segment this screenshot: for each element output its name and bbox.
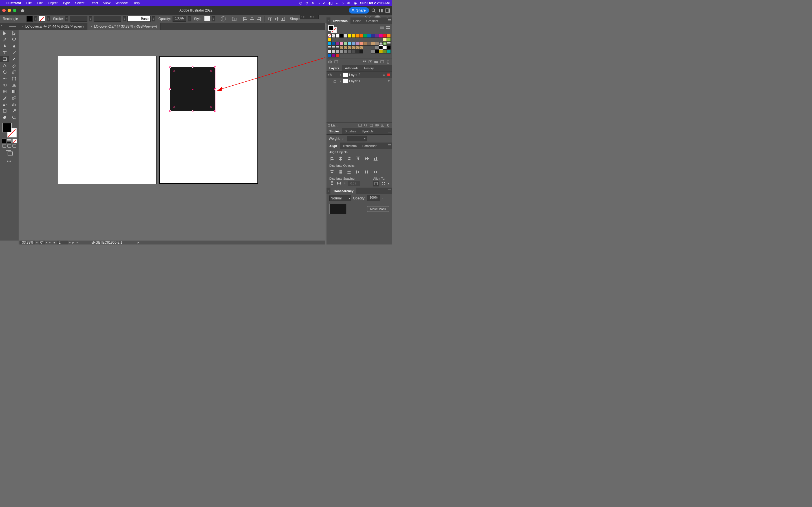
layer-row[interactable]: › Layer 2 bbox=[326, 71, 392, 78]
swatch-item[interactable] bbox=[363, 46, 367, 50]
tab-transparency[interactable]: Transparency bbox=[331, 187, 356, 194]
draw-normal-icon[interactable] bbox=[2, 144, 6, 148]
swatch-item[interactable] bbox=[371, 42, 375, 46]
menu-type[interactable]: Type bbox=[63, 1, 70, 5]
align-right-icon[interactable] bbox=[256, 16, 261, 21]
swatch-item[interactable] bbox=[343, 46, 347, 50]
selected-swatch[interactable] bbox=[379, 46, 383, 50]
graphic-style-swatch[interactable] bbox=[204, 16, 210, 22]
swatch-item[interactable] bbox=[340, 34, 343, 38]
swatch-item[interactable] bbox=[347, 38, 351, 42]
spacing-value-field[interactable]: 0.5 in bbox=[348, 181, 360, 186]
swatch-item[interactable] bbox=[336, 34, 340, 38]
swatch-item[interactable] bbox=[336, 54, 340, 57]
panel-menu-icon[interactable] bbox=[388, 128, 392, 135]
tab-stroke[interactable]: Stroke bbox=[326, 128, 342, 134]
scale-tool[interactable] bbox=[9, 69, 18, 75]
swatch-kinds-icon[interactable] bbox=[362, 60, 366, 64]
stroke-weight-field[interactable] bbox=[70, 16, 87, 22]
swatch-item[interactable] bbox=[347, 50, 351, 54]
status-disclosure-icon[interactable]: ▶ bbox=[138, 241, 139, 244]
opacity-field[interactable]: 100% bbox=[172, 16, 186, 22]
target-icon[interactable] bbox=[388, 80, 390, 82]
blend-mode-select[interactable]: Normal▾ bbox=[329, 195, 351, 201]
fill-stroke-indicator[interactable] bbox=[2, 123, 17, 137]
swatch-item[interactable] bbox=[383, 38, 387, 42]
color-mode-button[interactable] bbox=[2, 138, 6, 143]
controlcenter-icon[interactable]: ⌘ bbox=[347, 1, 350, 5]
swatch-item[interactable] bbox=[359, 42, 363, 46]
selection-handle-tr[interactable] bbox=[214, 66, 216, 68]
bluetooth-icon[interactable]: ⌵ bbox=[318, 1, 320, 5]
locate-object-icon[interactable] bbox=[364, 123, 368, 127]
panel-menu-icon[interactable] bbox=[388, 65, 392, 71]
horiz-distribute-right-icon[interactable] bbox=[373, 170, 378, 175]
swatch-item[interactable] bbox=[375, 38, 379, 42]
tab-color[interactable]: Color bbox=[350, 17, 363, 24]
swatch-item[interactable] bbox=[367, 38, 371, 42]
swatch-item[interactable] bbox=[336, 46, 340, 50]
fullscreen-window-button[interactable] bbox=[13, 9, 16, 12]
spotlight-icon[interactable]: ⌕ bbox=[342, 1, 344, 5]
tab-pathfinder[interactable]: Pathfinder bbox=[359, 143, 379, 149]
selection-handle-ml[interactable] bbox=[169, 89, 171, 90]
zoom-tool[interactable] bbox=[9, 114, 18, 121]
swatch-item[interactable] bbox=[340, 50, 343, 54]
pen-tool[interactable] bbox=[0, 43, 9, 49]
align-to-icon[interactable] bbox=[232, 16, 237, 21]
vert-align-center-icon[interactable] bbox=[364, 156, 369, 161]
fill-dropdown[interactable]: ▾ bbox=[35, 16, 37, 21]
app-name[interactable]: Illustrator bbox=[6, 1, 21, 5]
align-to-selection-icon[interactable] bbox=[380, 181, 386, 186]
new-layer-icon[interactable] bbox=[380, 123, 385, 127]
swatch-item[interactable] bbox=[387, 34, 391, 38]
tab-history[interactable]: History bbox=[361, 65, 376, 71]
opacity-dropdown[interactable]: › bbox=[188, 16, 191, 21]
target-icon[interactable] bbox=[383, 74, 385, 76]
swatch-item[interactable] bbox=[332, 42, 336, 46]
swatch-item[interactable] bbox=[363, 38, 367, 42]
swatch-item[interactable] bbox=[375, 42, 379, 46]
menu-object[interactable]: Object bbox=[48, 1, 57, 5]
record-icon[interactable]: ⊙ bbox=[305, 1, 308, 5]
clipping-mask-icon[interactable] bbox=[369, 123, 373, 127]
tab-artboards[interactable]: Artboards bbox=[342, 65, 361, 71]
color-group-icon[interactable] bbox=[371, 50, 375, 54]
artboard-1[interactable] bbox=[57, 56, 156, 184]
brush-definition[interactable]: Basic bbox=[128, 16, 151, 22]
swatch-item[interactable] bbox=[359, 50, 363, 54]
menu-effect[interactable]: Effect bbox=[89, 1, 98, 5]
last-artboard-icon[interactable]: ⇥ bbox=[75, 241, 79, 244]
magic-wand-tool[interactable] bbox=[0, 36, 9, 43]
none-mode-button[interactable] bbox=[12, 138, 17, 143]
arrange-docs-icon[interactable] bbox=[378, 8, 383, 13]
transparency-thumbnail[interactable] bbox=[329, 204, 347, 214]
swatch-item[interactable] bbox=[379, 34, 383, 38]
variable-width-dropdown[interactable]: ▾ bbox=[123, 16, 126, 21]
mesh-tool[interactable] bbox=[0, 88, 9, 95]
panel-menu-icon[interactable] bbox=[388, 187, 392, 194]
search-icon[interactable] bbox=[371, 8, 376, 13]
menu-file[interactable]: File bbox=[26, 1, 32, 5]
swatch-item[interactable] bbox=[359, 46, 363, 50]
eyedropper-tool[interactable] bbox=[0, 95, 9, 101]
shape-builder-tool[interactable] bbox=[0, 82, 9, 88]
swatch-item[interactable] bbox=[327, 50, 332, 54]
align-top-icon[interactable] bbox=[267, 16, 272, 21]
weight-field[interactable]: ▾ bbox=[347, 136, 366, 142]
rotate-dropdown-icon[interactable]: ▾ bbox=[46, 241, 47, 244]
canvas-area[interactable] bbox=[18, 30, 325, 240]
panel-collapse-icon[interactable]: « bbox=[327, 2, 331, 5]
swatch-item[interactable] bbox=[387, 38, 391, 42]
zoom-dropdown-icon[interactable]: ▾ bbox=[36, 241, 38, 244]
gradient-mode-button[interactable] bbox=[7, 138, 11, 143]
corner-widget-tr[interactable] bbox=[210, 70, 212, 72]
swatch-item[interactable] bbox=[355, 34, 359, 38]
curvature-tool[interactable] bbox=[9, 43, 18, 49]
menubar-clock[interactable]: Sun Oct 2 2:08 AM bbox=[360, 1, 390, 5]
vert-align-bottom-icon[interactable] bbox=[373, 156, 378, 161]
edit-toolbar-button[interactable]: ••• bbox=[0, 159, 18, 163]
swatch-fill-stroke-preview[interactable] bbox=[328, 25, 337, 33]
horiz-align-right-icon[interactable] bbox=[347, 156, 352, 161]
registration-swatch[interactable] bbox=[332, 34, 336, 38]
